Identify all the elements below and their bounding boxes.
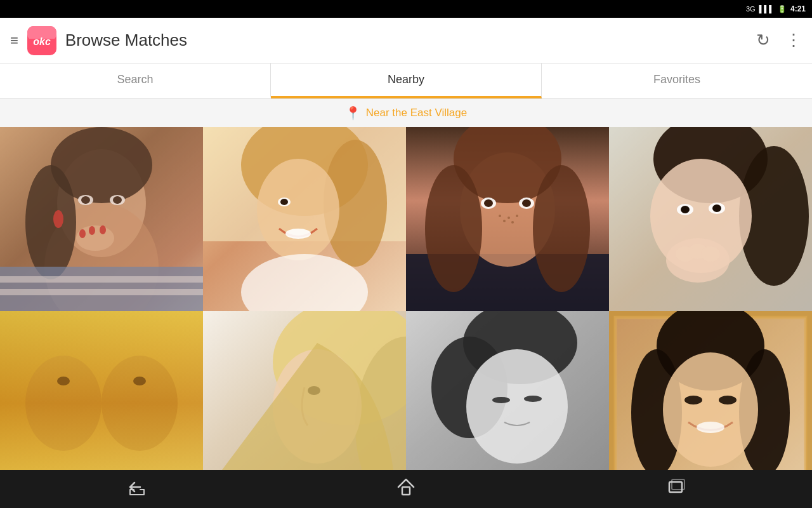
svg-point-33: [460, 152, 555, 267]
svg-point-18: [79, 229, 86, 238]
svg-rect-46: [609, 127, 812, 311]
svg-point-35: [425, 165, 482, 292]
svg-point-54: [701, 246, 720, 262]
svg-point-9: [25, 165, 76, 279]
svg-point-29: [280, 199, 288, 205]
svg-rect-31: [406, 127, 609, 311]
svg-point-12: [81, 196, 90, 204]
profile-photo-1[interactable]: [0, 127, 203, 311]
svg-text:okc: okc: [33, 36, 51, 47]
svg-point-17: [76, 225, 114, 251]
svg-point-27: [285, 229, 311, 239]
svg-point-44: [503, 220, 506, 222]
svg-point-62: [102, 356, 178, 451]
svg-point-82: [657, 311, 764, 391]
back-button[interactable]: [112, 472, 158, 507]
svg-point-56: [709, 203, 725, 214]
app-bar: ≡ okc Browse Matches ↻ ⋮: [0, 18, 812, 64]
profile-photo-8[interactable]: [609, 311, 812, 470]
svg-point-85: [663, 352, 758, 467]
svg-rect-81: [609, 311, 812, 470]
svg-rect-66: [203, 311, 406, 470]
svg-point-87: [684, 396, 702, 404]
svg-rect-5: [0, 127, 203, 311]
tab-search[interactable]: Search: [0, 64, 271, 98]
profile-photo-7[interactable]: [406, 311, 609, 470]
svg-point-43: [516, 215, 518, 217]
svg-point-30: [241, 254, 368, 311]
battery-icon: 🔋: [778, 5, 787, 13]
svg-point-57: [681, 206, 690, 213]
svg-point-42: [508, 217, 510, 219]
svg-point-65: [133, 377, 146, 385]
svg-point-76: [492, 397, 510, 403]
location-bar[interactable]: 📍 Near the East Village: [0, 99, 812, 127]
svg-point-55: [677, 204, 693, 215]
photo-grid-container: [0, 127, 812, 470]
svg-point-6: [57, 149, 146, 257]
hamburger-icon[interactable]: ≡: [10, 32, 18, 49]
svg-point-88: [719, 396, 737, 404]
home-button[interactable]: [383, 472, 429, 507]
page-title: Browse Matches: [65, 30, 756, 50]
svg-point-11: [110, 195, 125, 205]
tab-nearby[interactable]: Nearby: [271, 64, 542, 98]
svg-point-19: [89, 226, 95, 235]
network-indicator: 3G: [746, 5, 756, 13]
svg-point-36: [533, 165, 590, 292]
tab-favorites[interactable]: Favorites: [542, 64, 812, 98]
svg-point-25: [324, 140, 387, 267]
profile-photo-6[interactable]: [203, 311, 406, 470]
svg-point-13: [113, 196, 122, 204]
svg-rect-16: [0, 289, 203, 295]
svg-point-28: [278, 197, 291, 206]
svg-point-39: [484, 199, 493, 207]
svg-point-64: [57, 377, 70, 385]
clock: 4:21: [790, 4, 806, 13]
profile-photo-2[interactable]: [203, 127, 406, 311]
refresh-icon[interactable]: ↻: [756, 30, 770, 50]
svg-point-68: [355, 337, 406, 470]
tab-bar: Search Nearby Favorites: [0, 64, 812, 99]
svg-point-49: [739, 146, 809, 286]
svg-rect-63: [0, 311, 203, 470]
svg-rect-72: [406, 311, 609, 470]
recent-apps-button[interactable]: [654, 472, 700, 507]
svg-point-45: [511, 221, 514, 224]
more-options-icon[interactable]: ⋮: [785, 30, 802, 50]
svg-rect-14: [0, 267, 203, 311]
svg-point-50: [650, 159, 752, 273]
svg-point-8: [51, 127, 152, 203]
svg-point-84: [739, 349, 790, 470]
svg-point-70: [308, 386, 320, 395]
svg-point-48: [653, 127, 768, 203]
profile-photo-5[interactable]: [0, 311, 203, 470]
svg-point-40: [522, 199, 531, 207]
svg-point-38: [519, 197, 534, 209]
okc-logo: okc: [27, 26, 56, 55]
svg-point-58: [712, 204, 721, 212]
svg-point-24: [241, 127, 368, 216]
svg-point-83: [631, 349, 682, 470]
svg-rect-78: [609, 311, 812, 470]
svg-point-74: [431, 337, 508, 438]
svg-point-37: [481, 197, 496, 209]
svg-rect-4: [0, 127, 203, 311]
svg-rect-47: [609, 127, 812, 311]
app-bar-actions: ↻ ⋮: [756, 30, 802, 50]
svg-rect-79: [609, 311, 812, 470]
svg-point-86: [697, 422, 724, 433]
svg-rect-89: [402, 487, 410, 495]
svg-rect-32: [406, 254, 609, 311]
svg-rect-80: [615, 318, 806, 470]
profile-photo-4[interactable]: [609, 127, 812, 311]
svg-point-77: [524, 396, 542, 402]
svg-point-67: [273, 311, 406, 425]
svg-rect-71: [406, 311, 609, 470]
svg-rect-23: [203, 127, 406, 241]
location-text: Near the East Village: [366, 107, 467, 119]
svg-point-20: [100, 225, 106, 234]
photo-grid: [0, 127, 812, 470]
svg-point-61: [25, 356, 102, 451]
profile-photo-3[interactable]: [406, 127, 609, 311]
